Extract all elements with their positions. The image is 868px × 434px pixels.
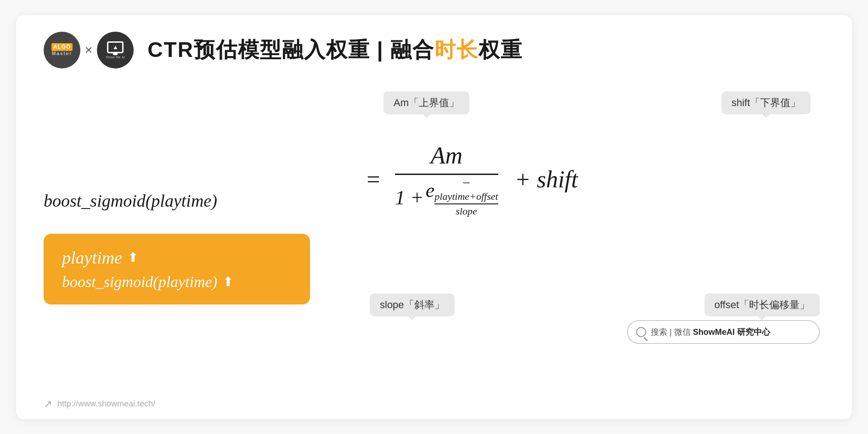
offset-label: offset「时长偏移量」 — [715, 299, 810, 310]
right-side: Am「上界值」 shift「下界值」 slope「斜率」 offset「时长偏移… — [347, 78, 824, 399]
am-label: Am「上界值」 — [394, 97, 459, 108]
title-highlight: 时长 — [434, 38, 479, 62]
boost-line: boost_sigmoid(playtime) ⬆ — [62, 273, 292, 291]
denom-e-exp: e − playtime+offset slope — [426, 179, 498, 217]
title-suffix: 权重 — [479, 38, 523, 62]
monitor-arrow-icon: ▲ — [113, 44, 118, 51]
formula-numerator: Am — [431, 142, 462, 172]
main-card: ALGO Master × ▲ Show Me AI CTR预估模型融入权重 |… — [16, 15, 852, 419]
search-icon — [636, 327, 646, 337]
title-prefix: CTR预估模型融入权重 | 融合 — [147, 38, 434, 62]
formula-denominator: 1 + e − playtime+offset slope — [395, 177, 498, 217]
exp-numerator: playtime+offset — [434, 191, 498, 203]
footer-arrow-icon: ↗ — [44, 398, 52, 410]
big-formula: = Am 1 + e − playtime+offset — [361, 142, 824, 217]
search-prefix: 搜索 | 微信 — [651, 327, 691, 337]
bubble-slope: slope「斜率」 — [370, 293, 455, 316]
exponent-block: − playtime+offset slope — [434, 175, 498, 217]
page-title: CTR预估模型融入权重 | 融合时长权重 — [147, 36, 523, 64]
playtime-line: playtime ⬆ — [62, 248, 292, 268]
footer: ↗ http://www.showmeai.tech/ — [44, 398, 155, 410]
bubble-shift: shift「下界值」 — [721, 91, 811, 114]
shift-label: shift「下界值」 — [732, 97, 800, 108]
equals-sign: = — [365, 166, 381, 193]
exp-frac-line — [434, 203, 498, 204]
bubble-offset: offset「时长偏移量」 — [705, 293, 820, 316]
header: ALGO Master × ▲ Show Me AI CTR预估模型融入权重 |… — [44, 32, 824, 68]
showme-logo: ▲ Show Me AI — [97, 32, 134, 68]
formula-left-side: boost_sigmoid(playtime) — [44, 191, 347, 211]
exp-minus: − — [462, 175, 471, 191]
base-e: e — [426, 179, 435, 202]
bubble-am: Am「上界值」 — [383, 91, 469, 114]
exp-fraction: playtime+offset slope — [434, 191, 498, 217]
playtime-text: playtime — [62, 248, 122, 268]
monitor-icon: ▲ — [107, 41, 124, 53]
algo-master-logo: ALGO Master — [44, 32, 80, 68]
showme-label: Show Me AI — [106, 56, 125, 59]
search-box[interactable]: 搜索 | 微信 ShowMeAI 研究中心 — [627, 320, 820, 344]
main-content: boost_sigmoid(playtime) playtime ⬆ boost… — [44, 78, 824, 399]
boost-text: boost_sigmoid(playtime) — [62, 273, 217, 291]
footer-url: http://www.showmeai.tech/ — [57, 399, 155, 409]
orange-highlight-box: playtime ⬆ boost_sigmoid(playtime) ⬆ — [44, 234, 310, 304]
boost-arrow-icon: ⬆ — [223, 274, 233, 289]
left-side: boost_sigmoid(playtime) playtime ⬆ boost… — [44, 78, 347, 399]
playtime-arrow-icon: ⬆ — [128, 250, 138, 265]
algo-text: ALGO — [51, 43, 73, 51]
search-brand: ShowMeAI 研究中心 — [693, 327, 770, 337]
denom-prefix: 1 + — [395, 186, 424, 209]
formula-fraction: Am 1 + e − playtime+offset slope — [395, 142, 498, 217]
master-text: Master — [52, 51, 72, 56]
exp-denominator: slope — [456, 205, 477, 217]
plus-shift: + shift — [515, 166, 578, 193]
slope-label: slope「斜率」 — [380, 299, 445, 310]
search-text: 搜索 | 微信 ShowMeAI 研究中心 — [651, 327, 770, 338]
logos-group: ALGO Master × ▲ Show Me AI — [44, 32, 134, 68]
x-separator: × — [85, 43, 92, 57]
